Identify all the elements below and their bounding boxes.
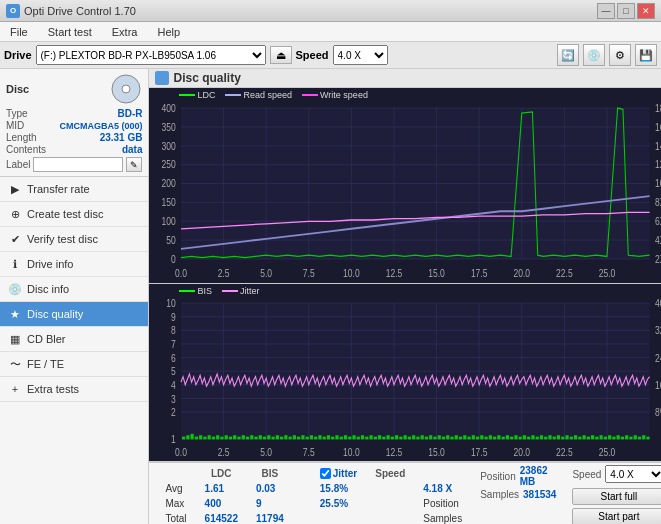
drive-eject-button[interactable]: ⏏ bbox=[270, 46, 292, 64]
svg-rect-136 bbox=[332, 436, 335, 439]
jitter-checkbox-container[interactable]: Jitter bbox=[312, 467, 365, 480]
svg-text:7: 7 bbox=[171, 338, 176, 350]
svg-rect-112 bbox=[229, 436, 232, 439]
svg-rect-107 bbox=[208, 435, 211, 439]
sidebar-item-create-test-disc[interactable]: ⊕ Create test disc bbox=[0, 202, 148, 227]
stats-bar: LDC BIS Jitter Speed Avg 1.61 0.03 bbox=[149, 462, 661, 524]
svg-rect-135 bbox=[327, 435, 330, 439]
contents-value: data bbox=[122, 144, 143, 155]
svg-rect-121 bbox=[268, 435, 271, 439]
svg-rect-183 bbox=[532, 435, 535, 439]
menu-extra[interactable]: Extra bbox=[106, 24, 144, 40]
svg-rect-175 bbox=[498, 435, 501, 439]
svg-rect-101 bbox=[182, 436, 185, 439]
svg-rect-200 bbox=[604, 436, 607, 439]
total-bis: 11794 bbox=[248, 512, 292, 524]
close-button[interactable]: ✕ bbox=[637, 3, 655, 19]
position-value: 23862 MB bbox=[520, 465, 557, 487]
svg-text:0.0: 0.0 bbox=[176, 446, 188, 458]
svg-rect-189 bbox=[557, 435, 560, 439]
svg-rect-147 bbox=[378, 435, 381, 439]
jitter-checkbox[interactable] bbox=[320, 468, 331, 479]
svg-rect-129 bbox=[302, 435, 305, 439]
label-edit-button[interactable]: ✎ bbox=[126, 157, 142, 172]
sidebar-item-extra-tests[interactable]: + Extra tests bbox=[0, 377, 148, 402]
max-bis: 9 bbox=[248, 497, 292, 510]
svg-rect-188 bbox=[553, 436, 556, 439]
svg-text:5.0: 5.0 bbox=[261, 446, 273, 458]
svg-rect-142 bbox=[357, 436, 360, 439]
svg-rect-174 bbox=[493, 436, 496, 439]
nav-label-drive-info: Drive info bbox=[27, 258, 73, 270]
sidebar-item-disc-info[interactable]: 💿 Disc info bbox=[0, 277, 148, 302]
svg-rect-202 bbox=[613, 436, 616, 439]
minimize-button[interactable]: — bbox=[597, 3, 615, 19]
menu-help[interactable]: Help bbox=[151, 24, 186, 40]
svg-rect-197 bbox=[591, 435, 594, 439]
svg-rect-155 bbox=[413, 435, 416, 439]
quality-title: Disc quality bbox=[173, 71, 240, 85]
svg-rect-105 bbox=[200, 435, 203, 439]
svg-text:0: 0 bbox=[171, 254, 176, 265]
menu-file[interactable]: File bbox=[4, 24, 34, 40]
drive-label: Drive bbox=[4, 49, 32, 61]
sidebar-item-verify-test-disc[interactable]: ✔ Verify test disc bbox=[0, 227, 148, 252]
svg-rect-124 bbox=[280, 436, 283, 439]
sidebar-item-fe-te[interactable]: 〜 FE / TE bbox=[0, 352, 148, 377]
svg-text:50: 50 bbox=[167, 235, 176, 246]
svg-rect-110 bbox=[221, 436, 224, 439]
svg-rect-140 bbox=[349, 436, 352, 439]
nav-label-fe-te: FE / TE bbox=[27, 358, 64, 370]
svg-rect-120 bbox=[263, 436, 266, 439]
svg-text:15.0: 15.0 bbox=[429, 446, 446, 458]
menu-start-test[interactable]: Start test bbox=[42, 24, 98, 40]
svg-text:25.0: 25.0 bbox=[599, 446, 616, 458]
length-value: 23.31 GB bbox=[100, 132, 143, 143]
svg-rect-150 bbox=[391, 436, 394, 439]
refresh-button[interactable]: 🔄 bbox=[557, 44, 579, 66]
jitter-col-header: Jitter bbox=[333, 468, 357, 479]
svg-rect-195 bbox=[583, 435, 586, 439]
svg-rect-104 bbox=[195, 436, 198, 439]
settings-button[interactable]: ⚙ bbox=[609, 44, 631, 66]
mid-value: CMCMAGBA5 (000) bbox=[59, 121, 142, 131]
label-input[interactable] bbox=[33, 157, 123, 172]
svg-rect-166 bbox=[459, 436, 462, 439]
speed-select[interactable]: 4.0 X bbox=[333, 45, 388, 65]
drive-select[interactable]: (F:) PLEXTOR BD-R PX-LB950SA 1.06 bbox=[36, 45, 266, 65]
svg-text:150: 150 bbox=[162, 198, 176, 209]
svg-text:4X: 4X bbox=[655, 235, 661, 246]
svg-rect-163 bbox=[447, 435, 450, 439]
svg-text:32%: 32% bbox=[655, 324, 661, 336]
stats-table: LDC BIS Jitter Speed Avg 1.61 0.03 bbox=[155, 465, 472, 524]
svg-rect-193 bbox=[574, 435, 577, 439]
disc-button[interactable]: 💿 bbox=[583, 44, 605, 66]
svg-rect-171 bbox=[481, 435, 484, 439]
sidebar-item-transfer-rate[interactable]: ▶ Transfer rate bbox=[0, 177, 148, 202]
svg-rect-180 bbox=[519, 436, 522, 439]
svg-text:2X: 2X bbox=[655, 254, 661, 265]
menubar: File Start test Extra Help bbox=[0, 22, 661, 42]
sidebar: Disc Type BD-R MID CMCMAGBA5 (000) Lengt… bbox=[0, 69, 149, 524]
start-part-button[interactable]: Start part bbox=[572, 508, 661, 524]
svg-rect-153 bbox=[404, 435, 407, 439]
sidebar-item-cd-bler[interactable]: ▦ CD Bler bbox=[0, 327, 148, 352]
svg-text:250: 250 bbox=[162, 160, 176, 171]
start-full-button[interactable]: Start full bbox=[572, 488, 661, 505]
jitter-legend: Jitter bbox=[222, 286, 260, 296]
sidebar-item-drive-info[interactable]: ℹ Drive info bbox=[0, 252, 148, 277]
col-bis-header: BIS bbox=[248, 467, 292, 480]
svg-rect-206 bbox=[630, 436, 633, 439]
save-button[interactable]: 💾 bbox=[635, 44, 657, 66]
sidebar-item-disc-quality[interactable]: ★ Disc quality bbox=[0, 302, 148, 327]
speed-dropdown[interactable]: 4.0 X bbox=[605, 465, 661, 483]
app-icon: O bbox=[6, 4, 20, 18]
svg-rect-159 bbox=[430, 435, 433, 439]
svg-text:12.5: 12.5 bbox=[386, 446, 403, 458]
maximize-button[interactable]: □ bbox=[617, 3, 635, 19]
drive-info-icon: ℹ bbox=[8, 257, 22, 271]
svg-text:100: 100 bbox=[162, 216, 176, 227]
svg-rect-116 bbox=[246, 436, 249, 439]
svg-text:18X: 18X bbox=[655, 103, 661, 114]
svg-rect-139 bbox=[344, 435, 347, 439]
